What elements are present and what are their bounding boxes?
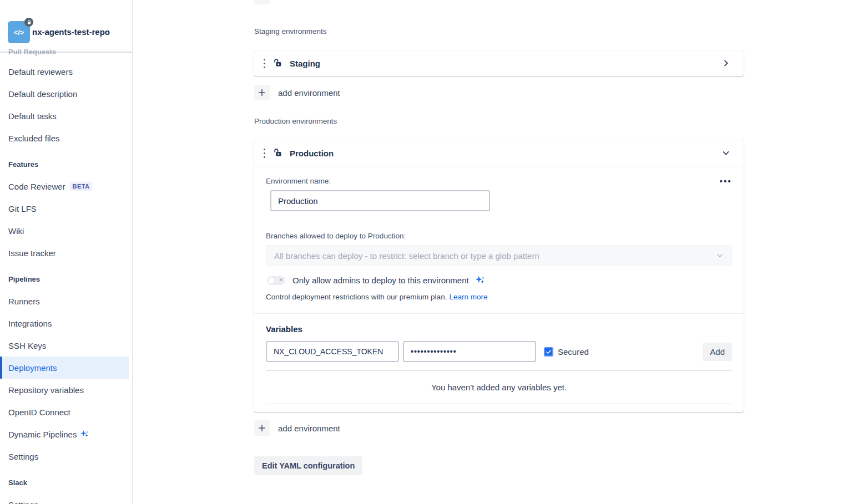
sidebar-item-repository-variables[interactable]: Repository variables [0,379,129,401]
sidebar-item-label: Repository variables [8,385,84,395]
sparkles-icon [79,429,89,439]
environment-name-input[interactable] [270,190,490,211]
sidebar-item-label: Git LFS [8,204,37,213]
add-environment-label: add environment [278,424,340,433]
premium-plan-text: Control deployment restrictions with our… [266,293,447,301]
staging-environments-label: Staging environments [254,27,744,35]
sidebar-item-label: Code Reviewer [8,182,65,191]
variables-divider [266,404,732,404]
secured-checkbox[interactable] [544,347,553,357]
staging-card-title: Staging [290,59,320,68]
variable-value-input[interactable] [403,341,536,362]
sparkles-icon [474,274,486,286]
settings-sidebar: </> nx-agents-test-repo Pull Requests De… [0,0,133,504]
sidebar-item-deployments[interactable]: Deployments [0,357,129,379]
production-environments-label: Production environments [254,117,744,125]
sidebar-item-code-reviewer[interactable]: Code Reviewer BETA [0,175,129,197]
beta-badge: BETA [70,182,93,191]
sidebar-item-label: Default tasks [8,111,57,121]
add-variable-button[interactable]: Add [703,343,732,361]
environment-name-label: Environment name: [266,177,331,185]
plus-icon [254,0,270,4]
admins-only-toggle-label: Only allow admins to deploy to this envi… [292,276,469,285]
code-icon: </> [14,28,24,37]
staging-card-header[interactable]: Staging [254,50,744,76]
sidebar-section-pull-requests: Pull Requests [8,48,56,56]
sidebar-item-excluded-files[interactable]: Excluded files [0,127,129,149]
repo-header: </> nx-agents-test-repo Pull Requests [0,0,132,53]
production-card-header[interactable]: Production [254,140,744,166]
sidebar-item-slack-settings[interactable]: Settings [0,493,129,504]
sidebar-item-label: Integrations [8,319,52,328]
sidebar-section-features: Features [0,153,132,175]
ellipsis-icon: ••• [720,177,732,186]
sidebar-item-label: Excluded files [8,134,60,143]
drag-handle-icon[interactable] [260,59,269,68]
production-card-body: Environment name: ••• Branches allowed t… [254,166,744,313]
sidebar-item-wiki[interactable]: Wiki [0,220,129,242]
edit-yaml-configuration-button[interactable]: Edit YAML configuration [254,456,362,475]
sidebar-item-ssh-keys[interactable]: SSH Keys [0,334,129,357]
sidebar-item-label: SSH Keys [8,341,46,350]
sidebar-section-pipelines: Pipelines [0,268,132,290]
staging-environment-card: Staging [254,50,744,76]
unlock-icon [272,147,284,159]
secured-label: Secured [558,347,589,357]
sidebar-item-git-lfs[interactable]: Git LFS [0,197,129,220]
expand-staging-button[interactable] [719,57,733,70]
variables-divider [266,370,732,371]
sidebar-item-runners[interactable]: Runners [0,290,129,312]
drag-handle-icon[interactable] [260,149,269,158]
variables-section: Variables Secured Add You haven't added … [254,313,744,412]
add-environment-button-production[interactable]: add environment [254,420,340,436]
sidebar-item-label: OpenID Connect [8,408,70,417]
deployments-main: add environment Staging environments Sta… [133,0,863,504]
add-environment-button-staging[interactable]: add environment [254,85,340,100]
branches-allowed-label: Branches allowed to deploy to Production… [266,232,732,240]
add-environment-label: add environment [278,0,340,2]
chevron-down-icon [716,252,724,259]
sidebar-item-label: Default reviewers [8,67,73,77]
admins-only-toggle[interactable]: ✕ [267,276,285,285]
sidebar-item-openid-connect[interactable]: OpenID Connect [0,401,129,423]
variable-name-input[interactable] [266,341,399,362]
sidebar-nav: Default reviewers Default description De… [0,60,132,504]
sidebar-item-integrations[interactable]: Integrations [0,312,129,334]
secured-checkbox-wrap[interactable]: Secured [544,347,589,357]
collapse-production-button[interactable] [719,146,733,160]
repo-avatar[interactable]: </> [8,21,30,43]
sidebar-item-label: Wiki [8,226,24,236]
production-card-title: Production [290,149,334,158]
sidebar-item-default-tasks[interactable]: Default tasks [0,105,129,127]
chevron-right-icon [721,59,730,68]
learn-more-link[interactable]: Learn more [449,293,487,301]
environment-menu-button[interactable]: ••• [720,177,732,185]
sidebar-item-label: Deployments [8,363,57,373]
sidebar-item-label: Default description [8,89,77,99]
sidebar-item-pipelines-settings[interactable]: Settings [0,445,129,467]
production-environment-card: Production Environment name: ••• Branche… [254,140,744,412]
sidebar-item-label: Runners [8,297,40,306]
sidebar-item-label: Settings [8,452,38,461]
branches-select-placeholder: All branches can deploy - to restrict: s… [274,251,539,261]
variables-heading: Variables [266,324,732,334]
add-environment-label: add environment [278,88,340,98]
private-lock-badge-icon [24,18,33,27]
chevron-down-icon [721,149,730,157]
sidebar-item-dynamic-pipelines[interactable]: Dynamic Pipelines [0,423,129,445]
sidebar-item-label: Issue tracker [8,248,56,258]
sidebar-item-default-reviewers[interactable]: Default reviewers [0,60,129,83]
toggle-off-x-icon: ✕ [279,278,283,283]
branches-select[interactable]: All branches can deploy - to restrict: s… [266,245,732,266]
sidebar-item-label: Dynamic Pipelines [8,430,77,439]
add-environment-button-top[interactable]: add environment [254,0,340,4]
sidebar-item-default-description[interactable]: Default description [0,83,129,105]
variables-empty-text: You haven't added any variables yet. [266,383,732,392]
sidebar-item-label: Settings [8,500,38,504]
unlock-icon [272,58,284,69]
plus-icon [254,85,270,100]
repo-name: nx-agents-test-repo [32,21,124,43]
sidebar-item-issue-tracker[interactable]: Issue tracker [0,242,129,264]
sidebar-section-slack: Slack [0,471,132,493]
plus-icon [254,420,270,436]
